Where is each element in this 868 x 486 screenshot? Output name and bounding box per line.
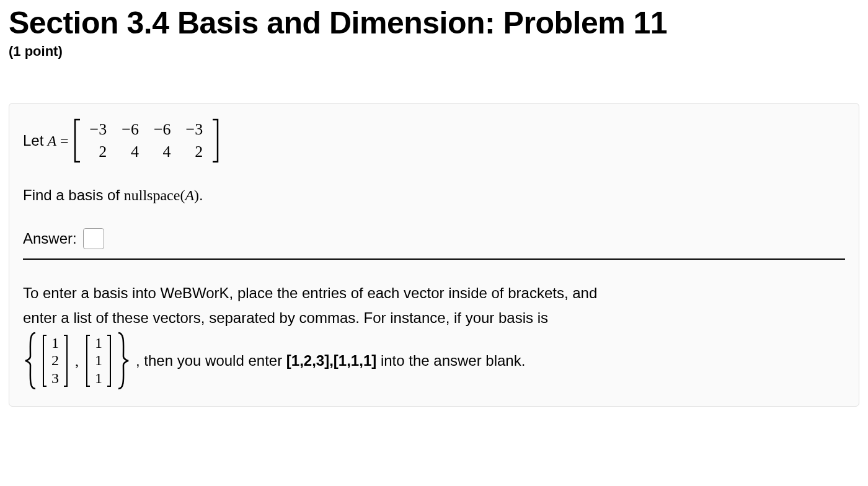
points-label: (1 point) bbox=[9, 43, 859, 60]
arg-A: A bbox=[185, 187, 194, 203]
left-brace-icon bbox=[23, 332, 39, 390]
matrix-cell: 2 bbox=[82, 141, 115, 163]
hint-post-suf: into the answer blank. bbox=[376, 352, 525, 369]
matrix-cell: −3 bbox=[179, 118, 211, 141]
nullspace-label: nullspace bbox=[124, 187, 180, 203]
let-label: Let bbox=[23, 130, 43, 152]
close-paren: ) bbox=[194, 187, 199, 203]
right-bracket-icon bbox=[63, 334, 69, 387]
matrix-A: −3 −6 −6 −3 2 4 4 2 bbox=[73, 118, 221, 163]
table-row: −3 −6 −6 −3 bbox=[82, 118, 211, 141]
right-bracket-icon bbox=[106, 334, 112, 387]
answer-label: Answer: bbox=[23, 228, 77, 250]
problem-container: Let A = −3 −6 −6 −3 2 4 4 2 bbox=[9, 103, 859, 407]
equals-sign: = bbox=[60, 130, 69, 152]
hint-post: , then you would enter [1,2,3],[1,1,1] i… bbox=[136, 350, 525, 372]
matrix-cell: 2 bbox=[179, 141, 211, 163]
answer-input[interactable] bbox=[83, 228, 104, 249]
var-A: A bbox=[47, 130, 56, 152]
table-row: 2 bbox=[49, 352, 61, 370]
matrix-A-table: −3 −6 −6 −3 2 4 4 2 bbox=[82, 118, 211, 163]
table-row: 1 bbox=[49, 334, 61, 352]
answer-row: Answer: bbox=[23, 228, 845, 260]
vector-2-table: 1 1 1 bbox=[92, 334, 105, 387]
example-vector-1: 1 2 3 bbox=[42, 334, 69, 387]
table-row: 3 bbox=[49, 369, 61, 387]
left-bracket-icon bbox=[73, 118, 81, 163]
hint-example-entry: [1,2,3],[1,1,1] bbox=[286, 352, 376, 369]
hint-line-2: enter a list of these vectors, separated… bbox=[23, 307, 845, 329]
table-row: 1 bbox=[92, 334, 105, 352]
table-row: 1 bbox=[92, 352, 105, 370]
matrix-cell: 4 bbox=[146, 141, 179, 163]
right-brace-icon bbox=[115, 332, 131, 390]
right-bracket-icon bbox=[211, 118, 220, 163]
matrix-cell: −6 bbox=[114, 118, 146, 141]
comma-sep: , bbox=[75, 350, 79, 372]
table-row: 2 4 4 2 bbox=[82, 141, 211, 163]
problem-title: Section 3.4 Basis and Dimension: Problem… bbox=[9, 5, 859, 41]
matrix-cell: 1 bbox=[92, 334, 105, 352]
matrix-cell: 1 bbox=[92, 369, 105, 387]
example-basis-row: 1 2 3 , 1 1 1 , the bbox=[23, 332, 845, 390]
find-instruction: Find a basis of nullspace(A). bbox=[23, 184, 845, 206]
matrix-cell: 2 bbox=[49, 352, 61, 370]
matrix-cell: 1 bbox=[92, 352, 105, 370]
let-A-row: Let A = −3 −6 −6 −3 2 4 4 2 bbox=[23, 118, 845, 163]
hint-post-pre: , then you would enter bbox=[136, 352, 286, 369]
left-bracket-icon bbox=[85, 334, 91, 387]
hint-line-1: To enter a basis into WeBWorK, place the… bbox=[23, 282, 845, 304]
matrix-cell: −3 bbox=[82, 118, 115, 141]
matrix-cell: 1 bbox=[49, 334, 61, 352]
matrix-cell: 4 bbox=[114, 141, 146, 163]
matrix-cell: −6 bbox=[146, 118, 179, 141]
table-row: 1 bbox=[92, 369, 105, 387]
period: . bbox=[199, 187, 203, 203]
matrix-cell: 3 bbox=[49, 369, 61, 387]
find-text: Find a basis of bbox=[23, 187, 124, 203]
left-bracket-icon bbox=[42, 334, 48, 387]
example-vector-2: 1 1 1 bbox=[85, 334, 112, 387]
vector-1-table: 1 2 3 bbox=[49, 334, 61, 387]
